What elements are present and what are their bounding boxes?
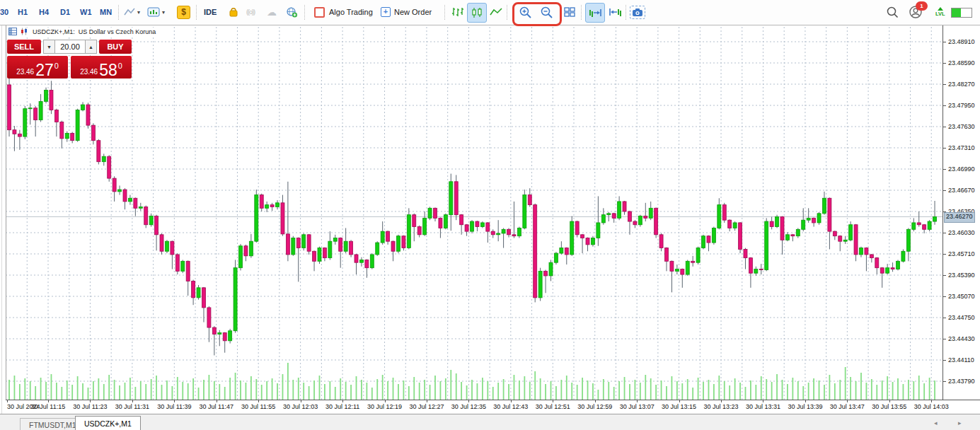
price-axis-label: 23.48910 xyxy=(948,38,975,45)
dollar-button[interactable]: $ xyxy=(177,3,190,21)
zoom-buttons-highlight-annotation xyxy=(512,2,562,26)
chart-window-header: USDCZK+,M1: US Dollar vs Czech Koruna xyxy=(8,28,160,35)
toolbar-separator xyxy=(444,5,445,20)
algo-trading-icon xyxy=(314,7,325,18)
algo-trading-toggle[interactable]: Algo Trading xyxy=(314,3,373,21)
time-axis-label: 30 Jul 14:03 xyxy=(914,403,949,410)
price-axis-tick xyxy=(943,254,946,255)
bar-chart-mode-button[interactable] xyxy=(450,3,466,21)
price-axis[interactable]: 23.46270 23.4891023.4859023.4827023.4795… xyxy=(942,25,980,400)
time-axis-tick xyxy=(342,400,343,402)
market-bag-icon xyxy=(228,6,239,18)
timeframe-h1[interactable]: H1 xyxy=(18,3,28,21)
volume-input[interactable]: 20.00 xyxy=(55,40,85,54)
time-axis-tick xyxy=(301,400,301,402)
timeframe-w1[interactable]: W1 xyxy=(80,3,92,21)
price-axis-label: 23.47630 xyxy=(948,123,975,130)
time-axis[interactable]: 30 Jul 202430 Jul 11:1530 Jul 11:2330 Ju… xyxy=(6,400,980,414)
progress-fill xyxy=(952,8,961,17)
objects-line-button[interactable]: ▾ xyxy=(123,3,140,21)
new-order-label: New Order xyxy=(394,8,432,16)
time-axis-label: 30 Jul 13:15 xyxy=(662,403,696,410)
lvl-button[interactable]: LVL xyxy=(935,3,945,21)
cloud-icon[interactable]: ☁ xyxy=(267,3,277,21)
toolbar-separator xyxy=(304,5,305,20)
chart-tab-bar: FTMUSDT,M1 USDCZK+,M1 ◂ ▸ xyxy=(0,414,980,430)
candle-chart-mode-button[interactable] xyxy=(467,3,487,23)
candle-chart-mode-icon xyxy=(470,7,484,18)
time-axis-label: 30 Jul 12:11 xyxy=(325,403,359,410)
price-axis-label: 23.46990 xyxy=(948,165,975,173)
time-axis-tick xyxy=(90,400,91,402)
objects-line-icon xyxy=(123,6,136,18)
indicators-button[interactable]: ▾ xyxy=(147,3,165,21)
timeframe-d1[interactable]: D1 xyxy=(60,3,70,21)
price-axis-tick xyxy=(943,84,946,85)
price-axis-label: 23.46670 xyxy=(948,187,975,194)
price-axis-label: 23.48590 xyxy=(948,59,975,66)
left-panel-edge[interactable] xyxy=(0,25,6,430)
tab-scroll-left[interactable]: ◂ xyxy=(934,419,938,426)
tile-windows-button[interactable] xyxy=(560,3,579,21)
line-chart-mode-button[interactable] xyxy=(488,3,504,21)
price-axis-label: 23.45390 xyxy=(948,272,975,279)
ide-button[interactable]: IDE xyxy=(204,3,217,21)
price-axis-label: 23.47310 xyxy=(948,144,975,151)
sell-price-display[interactable]: 23.46270 xyxy=(7,56,68,79)
price-axis-tick xyxy=(943,296,946,297)
chart-candles-icon[interactable] xyxy=(20,28,28,35)
time-axis-tick xyxy=(511,400,512,402)
price-axis-label: 23.43790 xyxy=(948,378,975,385)
market-button[interactable] xyxy=(228,3,239,21)
time-axis-label: 30 Jul 11:47 xyxy=(200,403,234,410)
indicators-icon xyxy=(147,6,161,18)
time-axis-tick xyxy=(805,400,806,402)
price-axis-tick xyxy=(943,233,946,233)
timeframe-m30[interactable]: 30 xyxy=(0,3,8,21)
volume-decrease-button[interactable]: ▼ xyxy=(43,40,55,54)
main-toolbar: 30 H1 H4 D1 W1 MN ▾ ▾ $ IDE ((o)) ☁ xyxy=(0,0,980,25)
shift-chart-left-button[interactable] xyxy=(606,3,625,21)
timeframe-h4[interactable]: H4 xyxy=(39,3,49,21)
sell-button[interactable]: SELL xyxy=(7,40,41,54)
time-axis-label: 30 Jul 12:59 xyxy=(577,403,612,410)
account-button[interactable]: 1 xyxy=(909,3,923,21)
screenshot-button[interactable] xyxy=(630,3,645,21)
buy-price-display[interactable]: 23.46580 xyxy=(71,56,132,79)
community-button[interactable] xyxy=(286,3,298,21)
search-button[interactable] xyxy=(886,3,899,21)
toolbar-separator xyxy=(196,5,197,20)
tab-scroll-right[interactable]: ▸ xyxy=(958,419,962,426)
chevron-down-icon[interactable]: ▾ xyxy=(137,9,140,16)
tab-usdczk-m1[interactable]: USDCZK+,M1 xyxy=(75,416,141,430)
search-icon xyxy=(886,6,899,18)
toolbar-separator xyxy=(507,5,507,20)
time-axis-tick xyxy=(889,400,890,402)
timeframe-mn[interactable]: MN xyxy=(100,3,112,21)
price-axis-tick xyxy=(943,381,946,382)
time-axis-label: 30 Jul 12:19 xyxy=(367,403,402,410)
price-axis-label: 23.44110 xyxy=(948,356,974,364)
time-axis-label: 30 Jul 12:43 xyxy=(493,403,528,410)
time-axis-tick xyxy=(132,400,133,402)
progress-bar xyxy=(951,8,972,18)
account-icon: 1 xyxy=(909,5,923,19)
price-axis-label: 23.46030 xyxy=(948,229,975,236)
time-axis-label: 30 Jul 11:31 xyxy=(115,403,149,410)
time-axis-label: 30 Jul 13:55 xyxy=(872,403,906,410)
time-axis-tick xyxy=(258,400,259,402)
price-axis-tick xyxy=(943,127,946,127)
price-axis-tick xyxy=(943,339,946,339)
algo-trading-label: Algo Trading xyxy=(329,8,373,16)
new-order-button[interactable]: + New Order xyxy=(381,3,432,21)
chart-canvas[interactable] xyxy=(6,25,942,400)
shift-chart-end-button[interactable] xyxy=(585,3,605,23)
signals-icon[interactable]: ((o)) xyxy=(246,3,255,21)
quotes-table-icon[interactable] xyxy=(8,28,17,35)
tile-windows-icon xyxy=(563,6,576,18)
volume-increase-button[interactable]: ▲ xyxy=(85,40,97,54)
community-globe-icon xyxy=(286,6,298,18)
chevron-down-icon[interactable]: ▾ xyxy=(162,9,165,16)
buy-button[interactable]: BUY xyxy=(99,40,132,54)
price-axis-tick xyxy=(943,169,946,170)
